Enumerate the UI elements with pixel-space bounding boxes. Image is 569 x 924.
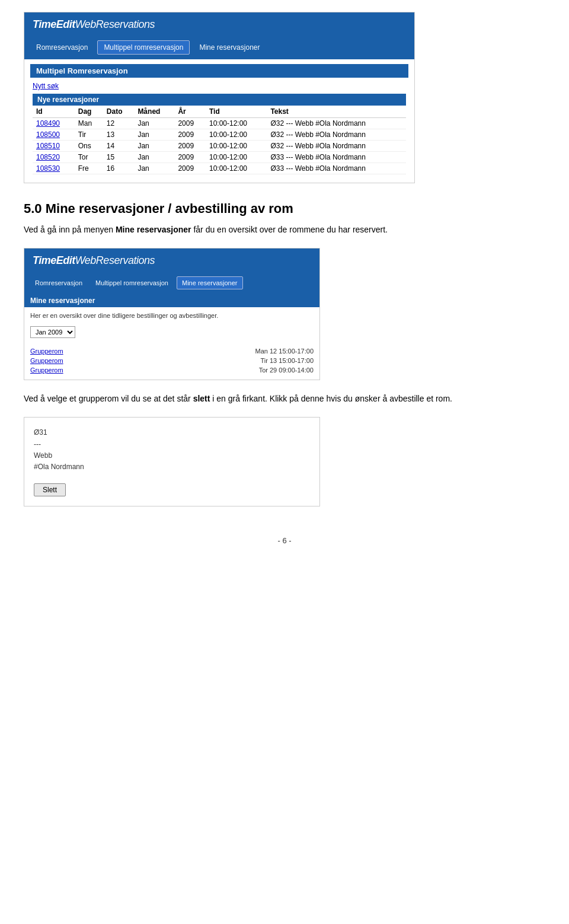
table-cell: 10:00-12:00 [206, 152, 267, 163]
table-cell[interactable]: 108530 [33, 163, 75, 174]
nav-multippel-top[interactable]: Multippel romreservasjon [97, 40, 190, 55]
page-number: - 6 - [277, 536, 291, 545]
col-dag: Dag [75, 106, 103, 118]
multipel-section-bar: Multipel Romreservasjon [30, 64, 408, 78]
intro-text-after: får du en oversikt over de rommene du ha… [191, 225, 388, 234]
list-item: GrupperomTor 29 09:00-14:00 [30, 365, 314, 375]
table-cell: Ø32 --- Webb #Ola Nordmann [267, 118, 406, 129]
table-cell: Ø33 --- Webb #Ola Nordmann [267, 163, 406, 174]
reservations-table-top: Id Dag Dato Måned År Tid Tekst 108490Man… [33, 106, 406, 174]
second-screenshot-box: TimeEditWebReservations Romreservasjon M… [24, 248, 320, 380]
month-select-dropdown[interactable]: Jan 2009 [30, 326, 75, 338]
table-cell: 2009 [174, 129, 206, 141]
logo-normal: WebReservations [75, 18, 155, 30]
mine-res-desc: Her er en oversikt over dine tidligere b… [30, 312, 314, 319]
table-cell[interactable]: 108500 [33, 129, 75, 141]
nav-romreservasjon-second[interactable]: Romreservasjon [30, 277, 87, 289]
top-content-area: Multipel Romreservasjon Nytt søk Nye res… [24, 59, 414, 183]
table-cell: Tir [75, 129, 103, 141]
table-cell: 10:00-12:00 [206, 118, 267, 129]
intro-bold: Mine reservasjoner [116, 225, 191, 234]
table-cell: Man [75, 118, 103, 129]
col-ar: År [174, 106, 206, 118]
app-logo-second: TimeEditWebReservations [33, 254, 155, 267]
top-screenshot-box: TimeEditWebReservations Romreservasjon M… [24, 12, 415, 183]
table-cell: 2009 [174, 152, 206, 163]
table-cell[interactable]: 108490 [33, 118, 75, 129]
intro-paragraph: Ved å gå inn på menyen Mine reservasjone… [24, 224, 545, 236]
col-tekst: Tekst [267, 106, 406, 118]
logo-normal-2: WebReservations [75, 254, 155, 266]
table-cell: Fre [75, 163, 103, 174]
res-time: Tor 29 09:00-14:00 [259, 367, 314, 374]
slett-button[interactable]: Slett [34, 483, 66, 496]
table-cell: 2009 [174, 118, 206, 129]
month-selector: Jan 2009 [30, 326, 314, 338]
slett-line1: Ø31 [34, 427, 310, 438]
third-screenshot-box: Ø31 --- Webb #Ola Nordmann Slett [24, 417, 320, 506]
section-50-heading: 5.0 Mine reservasjoner / avbestilling av… [24, 201, 545, 216]
nav-romreservasjon-top[interactable]: Romreservasjon [30, 41, 94, 54]
table-cell: Jan [134, 163, 174, 174]
nav-multippel-second[interactable]: Multippel romreservasjon [91, 277, 173, 289]
slett-line3: Webb [34, 450, 310, 461]
app-header-top: TimeEditWebReservations [24, 12, 414, 37]
reservations-list: GrupperomMan 12 15:00-17:00GrupperomTir … [30, 346, 314, 375]
page-footer: - 6 - [24, 530, 545, 545]
list-item: GrupperomTir 13 15:00-17:00 [30, 356, 314, 365]
table-cell: 12 [103, 118, 135, 129]
table-cell: Ons [75, 141, 103, 152]
app-nav-second: Romreservasjon Multippel romreservasjon … [24, 273, 319, 294]
table-cell: 16 [103, 163, 135, 174]
body-paragraph-2: Ved å velge et grupperom vil du se at de… [24, 392, 545, 405]
table-cell: Ø32 --- Webb #Ola Nordmann [267, 129, 406, 141]
table-cell: 10:00-12:00 [206, 129, 267, 141]
table-cell: Tor [75, 152, 103, 163]
list-item: GrupperomMan 12 15:00-17:00 [30, 346, 314, 356]
table-cell: 10:00-12:00 [206, 141, 267, 152]
table-cell[interactable]: 108520 [33, 152, 75, 163]
body-bold: slett [193, 394, 210, 403]
app-logo-top: TimeEditWebReservations [33, 18, 155, 31]
table-cell: Jan [134, 152, 174, 163]
res-time: Tir 13 15:00-17:00 [261, 357, 314, 364]
body-text-after: i en grå firkant. Klikk på denne hvis du… [210, 394, 452, 403]
room-link[interactable]: Grupperom [30, 348, 63, 355]
col-dato: Dato [103, 106, 135, 118]
mine-res-content: Her er en oversikt over dine tidligere b… [24, 307, 319, 380]
slett-info: Ø31 --- Webb #Ola Nordmann Slett [34, 427, 310, 496]
table-cell: Jan [134, 141, 174, 152]
table-cell: Ø32 --- Webb #Ola Nordmann [267, 141, 406, 152]
logo-bold: TimeEdit [33, 18, 75, 30]
body-text-before: Ved å velge et grupperom vil du se at de… [24, 394, 193, 403]
nav-mine-second[interactable]: Mine reservasjoner [177, 276, 243, 289]
app-nav-top: Romreservasjon Multippel romreservasjon … [24, 37, 414, 59]
nye-reservasjoner-bar: Nye reservasjoner [33, 94, 406, 106]
nav-mine-top[interactable]: Mine reservasjoner [193, 41, 266, 54]
table-cell[interactable]: 108510 [33, 141, 75, 152]
mine-res-bar: Mine reservasjoner [24, 294, 319, 307]
col-tid: Tid [206, 106, 267, 118]
table-cell: 14 [103, 141, 135, 152]
table-cell: Jan [134, 118, 174, 129]
table-cell: Jan [134, 129, 174, 141]
table-cell: 13 [103, 129, 135, 141]
slett-line2: --- [34, 439, 310, 450]
table-cell: 2009 [174, 163, 206, 174]
slett-line4: #Ola Nordmann [34, 461, 310, 473]
col-id: Id [33, 106, 75, 118]
nytt-sok-link[interactable]: Nytt søk [33, 82, 59, 90]
res-time: Man 12 15:00-17:00 [255, 348, 314, 355]
intro-text-before: Ved å gå inn på menyen [24, 225, 116, 234]
col-maned: Måned [134, 106, 174, 118]
room-link[interactable]: Grupperom [30, 357, 63, 364]
table-cell: 15 [103, 152, 135, 163]
app-header-second: TimeEditWebReservations [24, 248, 319, 273]
room-link[interactable]: Grupperom [30, 367, 63, 374]
logo-bold-2: TimeEdit [33, 254, 75, 266]
table-cell: 2009 [174, 141, 206, 152]
table-cell: Ø33 --- Webb #Ola Nordmann [267, 152, 406, 163]
table-cell: 10:00-12:00 [206, 163, 267, 174]
